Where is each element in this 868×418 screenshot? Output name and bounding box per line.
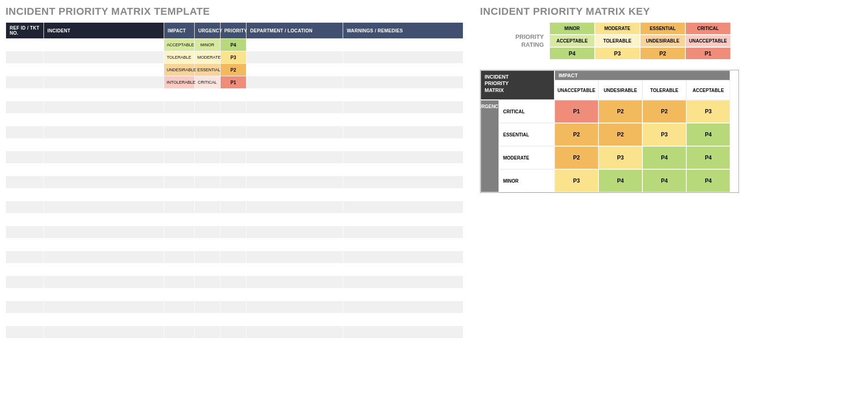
table-row[interactable] (6, 301, 463, 314)
table-row[interactable] (6, 139, 463, 151)
matrix-cell: P4 (598, 169, 642, 192)
table-row[interactable]: ACCEPTABLEMINORP4 (6, 39, 463, 51)
priority-matrix: INCIDENTPRIORITYMATRIXIMPACTUNACCEPTABLE… (480, 70, 739, 193)
table-header-row: REF ID / TKT NO. INCIDENT IMPACT URGENCY… (6, 23, 463, 39)
table-row[interactable] (6, 289, 463, 301)
matrix-urgency-row: MODERATE (499, 146, 554, 169)
matrix-cell: P2 (642, 100, 686, 123)
rating-tolerability: TOLERABLE (595, 35, 640, 47)
rating-label-l1: PRIORITY (516, 33, 544, 40)
matrix-cell: P2 (554, 123, 598, 146)
table-row[interactable] (6, 201, 463, 214)
key-title: INCIDENT PRIORITY MATRIX KEY (480, 6, 739, 18)
template-title: INCIDENT PRIORITY MATRIX TEMPLATE (6, 6, 463, 18)
rating-header: ESSENTIAL (640, 22, 685, 35)
matrix-cell: P4 (686, 169, 730, 192)
rating-priority: P4 (549, 47, 595, 60)
matrix-impact-header: IMPACT (554, 70, 730, 80)
matrix-impact-col: TOLERABLE (642, 80, 686, 100)
table-row[interactable]: UNDESIRABLEESSENTIALP2 (6, 64, 463, 76)
table-row[interactable] (6, 264, 463, 276)
rating-header: MODERATE (595, 22, 640, 35)
matrix-cell: P4 (642, 146, 686, 169)
table-row[interactable]: TOLERABLEMODERATEP3 (6, 51, 463, 64)
table-row[interactable] (6, 114, 463, 126)
matrix-urgency-header: URGENCY (480, 100, 499, 192)
table-row[interactable] (6, 89, 463, 101)
table-row[interactable] (6, 226, 463, 239)
matrix-urgency-row: ESSENTIAL (499, 123, 554, 146)
matrix-cell: P1 (554, 100, 598, 123)
table-row[interactable] (6, 101, 463, 114)
table-row[interactable] (6, 251, 463, 264)
col-header-warnings: WARNINGS / REMEDIES (343, 23, 463, 39)
table-row[interactable] (6, 176, 463, 189)
rating-tolerability: UNDESIRABLE (640, 35, 685, 47)
rating-header: MINOR (549, 22, 595, 35)
matrix-cell: P4 (686, 123, 730, 146)
matrix-cell: P3 (598, 146, 642, 169)
matrix-impact-col: UNACCEPTABLE (554, 80, 598, 100)
key-section: INCIDENT PRIORITY MATRIX KEY PRIORITY RA… (480, 6, 739, 193)
matrix-urgency-row: CRITICAL (499, 100, 554, 123)
table-row[interactable] (6, 164, 463, 176)
matrix-cell: P2 (598, 100, 642, 123)
rating-header: CRITICAL (685, 22, 731, 35)
matrix-cell: P2 (554, 146, 598, 169)
rating-tolerability: ACCEPTABLE (549, 35, 595, 47)
rating-tolerability: UNACCEPTABLE (685, 35, 731, 47)
col-header-urgency: URGENCY (194, 23, 220, 39)
rating-label: PRIORITY RATING (480, 33, 549, 49)
matrix-urgency-row: MINOR (499, 169, 554, 192)
priority-rating-key: PRIORITY RATING MINORMODERATEESSENTIALCR… (480, 22, 739, 60)
col-header-priority: PRIORITY (220, 23, 246, 39)
table-row[interactable] (6, 151, 463, 164)
matrix-cell: P4 (686, 146, 730, 169)
table-row[interactable] (6, 276, 463, 289)
rating-priority: P1 (685, 47, 731, 60)
table-row[interactable] (6, 214, 463, 226)
rating-label-l2: RATING (521, 41, 544, 48)
table-row[interactable]: INTOLERABLECRITICALP1 (6, 76, 463, 89)
col-header-impact: IMPACT (164, 23, 194, 39)
table-row[interactable] (6, 126, 463, 139)
table-row[interactable] (6, 314, 463, 326)
rating-priority: P3 (595, 47, 640, 60)
matrix-impact-col: UNDESIRABLE (598, 80, 642, 100)
matrix-corner: INCIDENTPRIORITYMATRIX (480, 70, 554, 100)
rating-priority: P2 (640, 47, 685, 60)
col-header-ref: REF ID / TKT NO. (6, 23, 44, 39)
col-header-department: DEPARTMENT / LOCATION (246, 23, 343, 39)
matrix-impact-col: ACCEPTABLE (686, 80, 730, 100)
matrix-cell: P3 (554, 169, 598, 192)
table-row[interactable] (6, 239, 463, 251)
matrix-cell: P3 (686, 100, 730, 123)
template-table: REF ID / TKT NO. INCIDENT IMPACT URGENCY… (6, 22, 463, 338)
matrix-cell: P3 (642, 123, 686, 146)
template-section: INCIDENT PRIORITY MATRIX TEMPLATE REF ID… (6, 6, 463, 338)
table-row[interactable] (6, 326, 463, 338)
matrix-cell: P4 (642, 169, 686, 192)
matrix-cell: P2 (598, 123, 642, 146)
col-header-incident: INCIDENT (43, 23, 164, 39)
table-row[interactable] (6, 189, 463, 201)
